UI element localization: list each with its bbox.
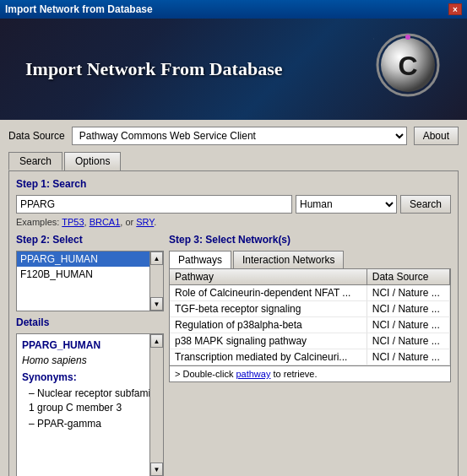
scroll-up-button[interactable]: ▲ <box>150 252 163 265</box>
details-scrollbar: ▲ ▼ <box>149 334 163 476</box>
table-row[interactable]: Transcription mediated by Calcineuri...N… <box>170 349 450 365</box>
tab-search[interactable]: Search <box>8 152 62 170</box>
details-synonym: – PPAR-gamma <box>29 417 158 431</box>
tab-pathways[interactable]: Pathways <box>169 251 231 268</box>
datasource-label: Data Source <box>8 130 65 142</box>
search-input[interactable] <box>16 195 292 214</box>
datasource-select[interactable]: Pathway Commons Web Service Client <box>72 127 407 145</box>
step3-footer: > Double-click pathway to retrieve. <box>170 365 450 381</box>
banner-title: Import Network From Database <box>25 58 283 80</box>
step2-header: Step 2: Select <box>16 234 164 246</box>
close-button[interactable]: × <box>448 3 462 15</box>
window-title: Import Network from Database <box>5 3 153 15</box>
datasource-row: Data Source Pathway Commons Web Service … <box>8 127 459 145</box>
svg-point-0 <box>377 35 438 95</box>
col-pathway: Pathway <box>170 269 367 285</box>
details-name: PPARG_HUMAN <box>22 339 158 351</box>
list-item[interactable]: F120B_HUMAN <box>17 267 163 282</box>
app-logo: C <box>374 31 442 99</box>
cell-pathway: Transcription mediated by Calcineuri... <box>170 349 367 365</box>
steps-row: Step 2: Select PPARG_HUMAN F120B_HUMAN ▲… <box>16 234 451 476</box>
example-tp53[interactable]: TP53 <box>62 217 84 227</box>
cell-pathway: p38 MAPK signaling pathway <box>170 333 367 349</box>
tab-options[interactable]: Options <box>64 152 121 170</box>
about-button[interactable]: About <box>414 127 459 145</box>
example-sry[interactable]: SRY <box>136 217 154 227</box>
details-panel: PPARG_HUMAN Homo sapiens Synonyms: – Nuc… <box>16 333 164 476</box>
details-header: Details <box>16 316 164 328</box>
cell-pathway: Role of Calcineurin-dependent NFAT ... <box>170 285 367 301</box>
examples-text: Examples: TP53, BRCA1, or SRY. <box>16 217 451 227</box>
step3-header: Step 3: Select Network(s) <box>169 234 451 246</box>
step2-scrollbar: ▲ ▼ <box>149 252 163 311</box>
step3-panel: Step 3: Select Network(s) Pathways Inter… <box>169 234 451 476</box>
table-row[interactable]: Regulation of p38alpha-betaNCI / Nature … <box>170 317 450 333</box>
step3-content: Pathway Data Source Role of Calcineurin-… <box>169 268 451 382</box>
details-scroll-down[interactable]: ▼ <box>150 462 163 476</box>
cell-datasource: NCI / Nature ... <box>367 333 449 349</box>
cell-pathway: Regulation of p38alpha-beta <box>170 317 367 333</box>
example-brca1[interactable]: BRCA1 <box>90 217 121 227</box>
step1-header: Step 1: Search <box>16 178 451 190</box>
step2-panel: Step 2: Select PPARG_HUMAN F120B_HUMAN ▲… <box>16 234 164 476</box>
list-item[interactable]: PPARG_HUMAN <box>17 252 163 267</box>
tab-interaction-networks[interactable]: Interaction Networks <box>233 251 344 268</box>
details-synonyms-header: Synonyms: <box>22 371 158 383</box>
tab-content-search: Step 1: Search Human Mouse Rat Search Ex… <box>8 170 459 476</box>
search-row: Human Mouse Rat Search <box>16 195 451 214</box>
details-scroll-up[interactable]: ▲ <box>150 334 163 348</box>
table-row[interactable]: p38 MAPK signaling pathwayNCI / Nature .… <box>170 333 450 349</box>
search-button[interactable]: Search <box>400 195 451 214</box>
banner: Import Network From Database C <box>0 19 467 120</box>
cell-datasource: NCI / Nature ... <box>367 349 449 365</box>
network-table: Pathway Data Source Role of Calcineurin-… <box>170 269 450 365</box>
main-content: Data Source Pathway Commons Web Service … <box>0 120 467 476</box>
cell-datasource: NCI / Nature ... <box>367 317 449 333</box>
details-content: PPARG_HUMAN Homo sapiens Synonyms: – Nuc… <box>17 334 163 437</box>
scroll-track <box>150 265 163 297</box>
step3-tab-bar: Pathways Interaction Networks <box>169 251 451 268</box>
details-synonym: – Nuclear receptor subfamily 1 group C m… <box>29 387 158 415</box>
svg-point-1 <box>381 38 435 92</box>
pathway-link[interactable]: pathway <box>236 369 270 379</box>
step2-list[interactable]: PPARG_HUMAN F120B_HUMAN ▲ ▼ <box>16 251 164 311</box>
cell-datasource: NCI / Nature ... <box>367 301 449 317</box>
details-organism: Homo sapiens <box>22 354 158 366</box>
col-datasource: Data Source <box>367 269 449 285</box>
species-select[interactable]: Human Mouse Rat <box>296 195 397 214</box>
table-row[interactable]: Role of Calcineurin-dependent NFAT ...NC… <box>170 285 450 301</box>
cell-pathway: TGF-beta receptor signaling <box>170 301 367 317</box>
scroll-down-button[interactable]: ▼ <box>150 297 163 311</box>
table-row[interactable]: TGF-beta receptor signalingNCI / Nature … <box>170 301 450 317</box>
details-scroll-track <box>150 348 163 462</box>
title-bar: Import Network from Database × <box>0 0 467 19</box>
svg-text:C: C <box>398 51 417 81</box>
cell-datasource: NCI / Nature ... <box>367 285 449 301</box>
svg-point-4 <box>405 35 410 40</box>
tab-bar: Search Options <box>8 152 459 170</box>
